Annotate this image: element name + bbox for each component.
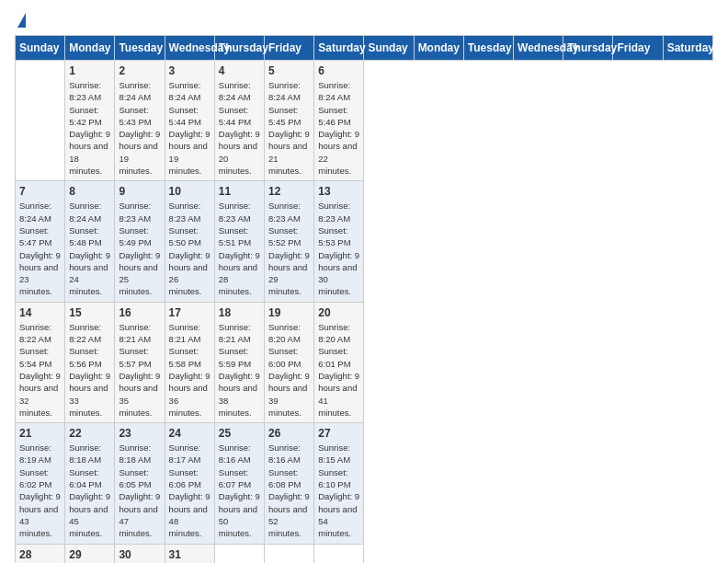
week-row-4: 21Sunrise: 8:19 AMSunset: 6:02 PMDayligh…: [16, 423, 713, 544]
day-number: 27: [318, 427, 359, 440]
day-number: 29: [69, 548, 110, 561]
day-number: 8: [69, 185, 110, 198]
day-number: 2: [119, 64, 160, 77]
calendar-header-row: SundayMondayTuesdayWednesdayThursdayFrid…: [16, 36, 713, 61]
day-cell: 29Sunrise: 8:13 AMSunset: 6:12 PMDayligh…: [65, 544, 115, 563]
col-header-monday: Monday: [65, 36, 115, 61]
day-info: Sunrise: 8:24 AMSunset: 5:43 PMDaylight:…: [119, 79, 160, 177]
day-cell: 16Sunrise: 8:21 AMSunset: 5:57 PMDayligh…: [115, 302, 165, 422]
col-header-friday: Friday: [265, 36, 314, 61]
day-cell: 10Sunrise: 8:23 AMSunset: 5:50 PMDayligh…: [165, 181, 214, 302]
day-cell: 13Sunrise: 8:23 AMSunset: 5:53 PMDayligh…: [314, 181, 364, 302]
col-header-wednesday: Wednesday: [514, 36, 563, 61]
col-header-tuesday: Tuesday: [115, 36, 165, 61]
day-cell: 6Sunrise: 8:24 AMSunset: 5:46 PMDaylight…: [314, 61, 364, 181]
day-number: 21: [19, 427, 61, 440]
calendar-table: SundayMondayTuesdayWednesdayThursdayFrid…: [15, 35, 713, 563]
day-info: Sunrise: 8:16 AMSunset: 6:07 PMDaylight:…: [219, 442, 260, 539]
day-cell: 14Sunrise: 8:22 AMSunset: 5:54 PMDayligh…: [16, 302, 65, 422]
day-cell: 1Sunrise: 8:23 AMSunset: 5:42 PMDaylight…: [65, 61, 115, 181]
day-cell: 9Sunrise: 8:23 AMSunset: 5:49 PMDaylight…: [115, 181, 165, 302]
day-cell: 30Sunrise: 8:12 AMSunset: 6:13 PMDayligh…: [115, 544, 165, 563]
day-number: 1: [69, 64, 110, 77]
day-info: Sunrise: 8:24 AMSunset: 5:45 PMDaylight:…: [268, 79, 310, 177]
day-info: Sunrise: 8:23 AMSunset: 5:50 PMDaylight:…: [169, 200, 210, 297]
day-cell: 20Sunrise: 8:20 AMSunset: 6:01 PMDayligh…: [314, 302, 364, 422]
logo-triangle-icon: [17, 13, 26, 28]
day-info: Sunrise: 8:22 AMSunset: 5:56 PMDaylight:…: [69, 321, 110, 419]
day-info: Sunrise: 8:17 AMSunset: 6:06 PMDaylight:…: [169, 442, 210, 539]
day-number: 15: [69, 306, 110, 319]
day-number: 26: [268, 427, 310, 440]
day-info: Sunrise: 8:16 AMSunset: 6:08 PMDaylight:…: [268, 442, 310, 539]
day-info: Sunrise: 8:23 AMSunset: 5:49 PMDaylight:…: [119, 200, 160, 297]
day-cell: 22Sunrise: 8:18 AMSunset: 6:04 PMDayligh…: [65, 423, 115, 544]
day-number: 20: [318, 306, 359, 319]
day-number: 3: [169, 64, 210, 77]
day-number: 7: [19, 185, 61, 198]
day-cell: 12Sunrise: 8:23 AMSunset: 5:52 PMDayligh…: [265, 181, 314, 302]
day-cell: 31Sunrise: 8:11 AMSunset: 6:14 PMDayligh…: [165, 544, 214, 563]
day-cell: 24Sunrise: 8:17 AMSunset: 6:06 PMDayligh…: [165, 423, 214, 544]
day-number: 5: [268, 64, 310, 77]
logo: [15, 15, 26, 28]
day-info: Sunrise: 8:21 AMSunset: 5:57 PMDaylight:…: [119, 321, 160, 419]
col-header-saturday: Saturday: [663, 36, 712, 61]
day-cell: 17Sunrise: 8:21 AMSunset: 5:58 PMDayligh…: [165, 302, 214, 422]
day-cell: 15Sunrise: 8:22 AMSunset: 5:56 PMDayligh…: [65, 302, 115, 422]
day-cell: 19Sunrise: 8:20 AMSunset: 6:00 PMDayligh…: [265, 302, 314, 422]
col-header-thursday: Thursday: [563, 36, 613, 61]
week-row-2: 7Sunrise: 8:24 AMSunset: 5:47 PMDaylight…: [16, 181, 713, 302]
day-cell: 3Sunrise: 8:24 AMSunset: 5:44 PMDaylight…: [165, 61, 214, 181]
day-cell: 7Sunrise: 8:24 AMSunset: 5:47 PMDaylight…: [16, 181, 65, 302]
day-number: 25: [219, 427, 260, 440]
day-cell: 4Sunrise: 8:24 AMSunset: 5:44 PMDaylight…: [214, 61, 264, 181]
day-number: 6: [318, 64, 359, 77]
day-number: 30: [119, 548, 160, 561]
day-info: Sunrise: 8:19 AMSunset: 6:02 PMDaylight:…: [19, 442, 61, 539]
day-cell: 25Sunrise: 8:16 AMSunset: 6:07 PMDayligh…: [214, 423, 264, 544]
day-info: Sunrise: 8:15 AMSunset: 6:10 PMDaylight:…: [318, 442, 359, 539]
day-info: Sunrise: 8:23 AMSunset: 5:53 PMDaylight:…: [318, 200, 359, 297]
day-number: 22: [69, 427, 110, 440]
day-info: Sunrise: 8:22 AMSunset: 5:54 PMDaylight:…: [19, 321, 61, 419]
day-number: 16: [119, 306, 160, 319]
col-header-saturday: Saturday: [314, 36, 364, 61]
day-cell: 26Sunrise: 8:16 AMSunset: 6:08 PMDayligh…: [265, 423, 314, 544]
day-cell: 27Sunrise: 8:15 AMSunset: 6:10 PMDayligh…: [314, 423, 364, 544]
logo-text: [15, 15, 26, 28]
day-info: Sunrise: 8:23 AMSunset: 5:42 PMDaylight:…: [69, 79, 110, 177]
page-header: [15, 15, 713, 28]
day-cell: 28Sunrise: 8:14 AMSunset: 6:11 PMDayligh…: [16, 544, 65, 563]
day-cell: 21Sunrise: 8:19 AMSunset: 6:02 PMDayligh…: [16, 423, 65, 544]
day-number: 23: [119, 427, 160, 440]
day-number: 18: [219, 306, 260, 319]
day-info: Sunrise: 8:24 AMSunset: 5:44 PMDaylight:…: [169, 79, 210, 177]
day-number: 19: [268, 306, 310, 319]
day-number: 9: [119, 185, 160, 198]
day-info: Sunrise: 8:21 AMSunset: 5:58 PMDaylight:…: [169, 321, 210, 419]
day-cell: 8Sunrise: 8:24 AMSunset: 5:48 PMDaylight…: [65, 181, 115, 302]
day-number: 12: [268, 185, 310, 198]
day-info: Sunrise: 8:18 AMSunset: 6:04 PMDaylight:…: [69, 442, 110, 539]
day-info: Sunrise: 8:18 AMSunset: 6:05 PMDaylight:…: [119, 442, 160, 539]
day-info: Sunrise: 8:20 AMSunset: 6:01 PMDaylight:…: [318, 321, 359, 419]
day-cell: 23Sunrise: 8:18 AMSunset: 6:05 PMDayligh…: [115, 423, 165, 544]
day-info: Sunrise: 8:23 AMSunset: 5:51 PMDaylight:…: [219, 200, 260, 297]
col-header-sunday: Sunday: [16, 36, 65, 61]
day-cell: [314, 544, 364, 563]
col-header-wednesday: Wednesday: [165, 36, 214, 61]
day-number: 17: [169, 306, 210, 319]
week-row-5: 28Sunrise: 8:14 AMSunset: 6:11 PMDayligh…: [16, 544, 713, 563]
day-cell: [214, 544, 264, 563]
col-header-monday: Monday: [414, 36, 463, 61]
day-info: Sunrise: 8:24 AMSunset: 5:48 PMDaylight:…: [69, 200, 110, 297]
day-cell: [16, 61, 65, 181]
day-number: 13: [318, 185, 359, 198]
day-number: 24: [169, 427, 210, 440]
col-header-tuesday: Tuesday: [463, 36, 513, 61]
day-cell: 11Sunrise: 8:23 AMSunset: 5:51 PMDayligh…: [214, 181, 264, 302]
day-info: Sunrise: 8:23 AMSunset: 5:52 PMDaylight:…: [268, 200, 310, 297]
day-cell: 18Sunrise: 8:21 AMSunset: 5:59 PMDayligh…: [214, 302, 264, 422]
day-info: Sunrise: 8:20 AMSunset: 6:00 PMDaylight:…: [268, 321, 310, 419]
